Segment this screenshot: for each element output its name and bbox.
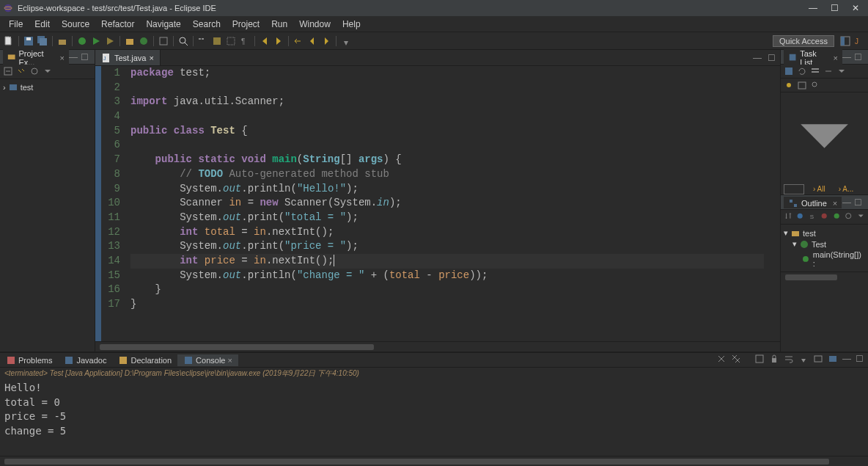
minimize-view-icon[interactable]: — <box>842 354 851 366</box>
task-list-tab[interactable]: Task List × <box>784 48 842 67</box>
close-icon[interactable]: × <box>60 54 65 62</box>
filter-box[interactable] <box>784 184 804 194</box>
editor-area[interactable]: 1234567891011121314151617 package test;i… <box>95 66 780 341</box>
tab-javadoc[interactable]: Javadoc <box>58 354 112 366</box>
new-icon[interactable] <box>3 35 15 47</box>
remove-all-icon[interactable] <box>731 354 741 366</box>
mark-occurrences-icon[interactable] <box>211 35 223 47</box>
menu-source[interactable]: Source <box>56 19 95 29</box>
remove-launch-icon[interactable] <box>716 354 727 366</box>
minimize-view-icon[interactable]: — <box>842 197 851 208</box>
word-wrap-icon[interactable] <box>784 354 794 366</box>
outline-tab[interactable]: Outline × <box>784 197 842 208</box>
view-menu-icon[interactable] <box>43 66 53 76</box>
menu-window[interactable]: Window <box>293 19 336 29</box>
annotation-prev-icon[interactable] <box>259 35 271 47</box>
link-editor-icon[interactable] <box>16 66 26 76</box>
dropdown-icon[interactable] <box>783 170 866 180</box>
new-task-icon[interactable] <box>784 66 794 76</box>
menu-help[interactable]: Help <box>336 19 367 29</box>
collapse-all-icon[interactable] <box>3 66 13 76</box>
maximize-view-icon[interactable]: ☐ <box>856 354 864 366</box>
minimize-button[interactable]: — <box>809 3 817 13</box>
outline-item-method[interactable]: main(String[]) : <box>784 250 865 269</box>
code-text[interactable]: package test;import java.util.Scanner;pu… <box>125 66 770 341</box>
filter-a-label[interactable]: › A... <box>834 183 858 194</box>
horizontal-scrollbar[interactable] <box>781 272 868 282</box>
new-class-icon[interactable] <box>138 35 150 47</box>
forward-icon[interactable] <box>320 35 332 47</box>
horizontal-scrollbar[interactable] <box>0 456 868 466</box>
back-icon[interactable] <box>306 35 318 47</box>
maximize-editor-icon[interactable]: ☐ <box>768 53 776 63</box>
block-selection-icon[interactable] <box>225 35 237 47</box>
categorize-icon[interactable] <box>810 66 820 76</box>
outline-item-package[interactable]: ▾ test <box>784 227 865 239</box>
find-icon[interactable] <box>810 80 820 90</box>
quick-access[interactable]: Quick Access <box>773 35 834 47</box>
coverage-icon[interactable] <box>104 35 116 47</box>
debug-icon[interactable] <box>76 35 88 47</box>
last-edit-icon[interactable] <box>293 35 304 47</box>
filter-all-label[interactable]: › All <box>809 183 830 194</box>
sort-icon[interactable] <box>784 211 792 222</box>
view-menu-icon[interactable] <box>856 211 865 222</box>
schedule-icon[interactable] <box>797 80 807 90</box>
show-whitespace-icon[interactable]: ¶ <box>239 35 251 47</box>
focus-icon[interactable] <box>784 80 794 90</box>
tab-problems[interactable]: Problems <box>0 354 58 366</box>
new-package-icon[interactable] <box>124 35 136 47</box>
close-icon[interactable]: × <box>833 199 837 208</box>
project-explorer-tab[interactable]: Project Ex... × <box>3 48 69 67</box>
tree-item-project[interactable]: › test <box>3 82 92 92</box>
close-icon[interactable]: × <box>834 54 838 62</box>
maximize-button[interactable]: ☐ <box>831 3 839 13</box>
outline-item-class[interactable]: ▾ Test <box>784 239 865 250</box>
search-icon[interactable] <box>177 35 189 47</box>
scroll-lock-icon[interactable] <box>769 354 779 366</box>
focus-active-icon[interactable] <box>29 66 40 76</box>
open-console-icon[interactable] <box>828 354 838 366</box>
menu-edit[interactable]: Edit <box>29 19 56 29</box>
hide-local-icon[interactable] <box>832 211 841 222</box>
collapse-all-icon[interactable] <box>823 66 834 76</box>
tab-console[interactable]: Console× <box>177 354 238 366</box>
tab-declaration[interactable]: Declaration <box>112 354 177 366</box>
hide-nonpublic-icon[interactable] <box>820 211 828 222</box>
annotation-next-icon[interactable] <box>273 35 284 47</box>
menu-refactor[interactable]: Refactor <box>95 19 140 29</box>
maximize-view-icon[interactable]: ☐ <box>851 197 865 208</box>
project-tree[interactable]: › test <box>0 79 95 95</box>
maximize-view-icon[interactable]: ☐ <box>78 52 92 62</box>
menu-project[interactable]: Project <box>227 19 265 29</box>
menu-search[interactable]: Search <box>187 19 227 29</box>
horizontal-scrollbar[interactable] <box>95 341 780 352</box>
console-output[interactable]: Hello! total = 0 price = -5 change = 5 <box>0 379 868 456</box>
close-icon[interactable]: × <box>149 54 153 62</box>
display-selected-icon[interactable] <box>813 354 823 366</box>
save-icon[interactable] <box>23 35 34 47</box>
run-icon[interactable] <box>90 35 102 47</box>
hide-fields-icon[interactable] <box>795 211 804 222</box>
menu-navigate[interactable]: Navigate <box>140 19 186 29</box>
java-perspective-icon[interactable]: J <box>853 35 865 47</box>
hide-static-icon[interactable]: S <box>808 211 817 222</box>
open-perspective-icon[interactable] <box>839 35 851 47</box>
maximize-view-icon[interactable]: ☐ <box>851 52 865 62</box>
save-all-icon[interactable] <box>37 35 48 47</box>
minimize-editor-icon[interactable]: — <box>753 53 762 63</box>
open-type-icon[interactable] <box>158 35 169 47</box>
close-button[interactable]: ✕ <box>852 3 859 13</box>
refresh-icon[interactable] <box>797 66 807 76</box>
close-icon[interactable]: × <box>227 356 232 365</box>
build-icon[interactable] <box>56 35 68 47</box>
clear-console-icon[interactable] <box>754 354 765 366</box>
minimize-view-icon[interactable]: — <box>69 52 78 62</box>
menu-run[interactable]: Run <box>265 19 293 29</box>
toggle-breadcrumb-icon[interactable] <box>197 35 209 47</box>
menu-file[interactable]: File <box>3 19 29 29</box>
view-menu-icon[interactable] <box>836 66 847 76</box>
pin-console-icon[interactable] <box>798 354 809 366</box>
focus-active-task-icon[interactable] <box>844 211 853 222</box>
editor-tab-test-java[interactable]: J Test.java × <box>95 50 161 65</box>
